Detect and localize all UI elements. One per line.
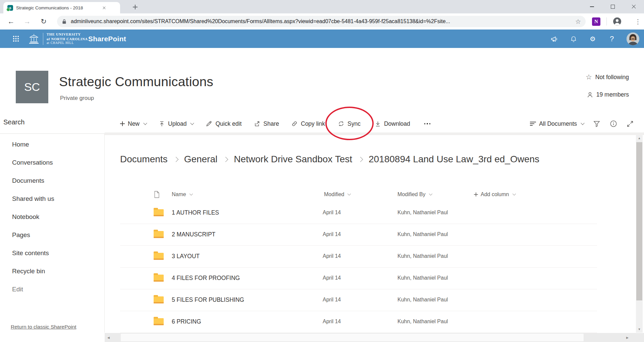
bookmark-star-icon[interactable]: ☆ (575, 18, 581, 25)
modified-date: April 14 (323, 202, 341, 223)
tab-close-icon[interactable] (101, 4, 107, 11)
table-row[interactable]: 6 PRICING April 14 Kuhn, Nathaniel Paul (120, 311, 597, 333)
document-icon (154, 190, 160, 198)
sync-icon (338, 120, 344, 127)
close-button[interactable] (623, 0, 644, 13)
table-row[interactable]: 1 AUTHOR FILES April 14 Kuhn, Nathaniel … (120, 202, 597, 224)
table-row[interactable]: 4 FILES FOR PROOFING April 14 Kuhn, Nath… (120, 267, 597, 289)
scroll-up-icon[interactable]: ▲ (636, 136, 643, 140)
suite-bar: THE UNIVERSITY of NORTH CAROLINA at CHAP… (0, 30, 644, 48)
folder-name-link[interactable]: 2 MANUSCRIPT (172, 224, 215, 245)
address-bar[interactable]: adminliveunc.sharepoint.com/sites/STRATC… (57, 16, 586, 27)
share-button[interactable]: Share (248, 116, 285, 131)
chevron-down-icon (581, 121, 584, 125)
link-icon (291, 120, 298, 127)
settings-gear-icon[interactable]: ⚙ (588, 35, 597, 43)
megaphone-icon[interactable] (550, 35, 559, 43)
sharepoint-favicon-icon: s (7, 5, 13, 11)
follow-button[interactable]: ☆ Not following (586, 73, 629, 81)
share-icon (254, 120, 260, 127)
browser-tab[interactable]: s Strategic Communications - 2018 (3, 2, 120, 13)
minimize-button[interactable] (582, 0, 602, 13)
site-logo-tile[interactable]: SC (16, 71, 48, 103)
sidebar-item-pages[interactable]: Pages (0, 226, 101, 244)
modified-column-header[interactable]: Modified (324, 187, 351, 202)
horizontal-scrollbar-thumb[interactable] (121, 334, 584, 341)
modified-by-column-header[interactable]: Modified By (397, 187, 432, 202)
copy-link-button[interactable]: Copy link (285, 116, 331, 131)
help-icon[interactable]: ? (607, 35, 616, 43)
quick-edit-button[interactable]: Quick edit (200, 116, 248, 131)
sidebar-item-recycle-bin[interactable]: Recycle bin (0, 262, 101, 280)
breadcrumb-documents[interactable]: Documents (120, 154, 168, 165)
add-column-button[interactable]: Add column (474, 187, 516, 202)
app-launcher-waffle-icon[interactable] (6, 30, 25, 48)
sidebar-item-conversations[interactable]: Conversations (0, 154, 101, 172)
name-column-header[interactable]: Name (172, 187, 193, 202)
folder-icon (154, 231, 164, 238)
chevron-right-icon (358, 157, 363, 162)
folder-icon (154, 275, 164, 282)
scroll-down-icon[interactable]: ▼ (636, 328, 643, 331)
members-label: 19 members (596, 91, 629, 98)
scroll-right-icon[interactable]: ▶ (626, 336, 629, 339)
pencil-icon (206, 120, 212, 127)
vertical-scrollbar[interactable]: ▲ ▼ (636, 135, 643, 333)
horizontal-scrollbar[interactable]: ◀ ▶ (105, 333, 644, 342)
sidebar-item-home[interactable]: Home (0, 135, 101, 154)
folder-icon (154, 209, 164, 216)
sync-button[interactable]: Sync (331, 116, 367, 131)
folder-name-link[interactable]: 4 FILES FOR PROOFING (172, 267, 240, 289)
return-to-classic-link[interactable]: Return to classic SharePoint (11, 324, 76, 330)
file-type-column-header[interactable] (154, 187, 160, 202)
command-bar: New Upload Quick edit Share (114, 114, 437, 133)
modified-by: Kuhn, Nathaniel Paul (397, 311, 448, 332)
sidebar-item-shared-with-us[interactable]: Shared with us (0, 190, 101, 208)
chevron-down-icon (512, 192, 516, 195)
divider (606, 17, 607, 25)
members-button[interactable]: 19 members (587, 91, 629, 98)
table-row[interactable]: 2 MANUSCRIPT April 14 Kuhn, Nathaniel Pa… (120, 224, 597, 246)
unc-logo[interactable]: THE UNIVERSITY of NORTH CAROLINA at CHAP… (28, 30, 88, 48)
download-button[interactable]: Download (367, 116, 418, 131)
folder-name-link[interactable]: 1 AUTHOR FILES (172, 202, 219, 223)
chevron-down-icon (190, 192, 193, 195)
view-selector[interactable]: All Documents (530, 120, 584, 127)
info-button[interactable] (609, 120, 618, 128)
breadcrumb-general[interactable]: General (184, 154, 218, 165)
restore-button[interactable] (602, 0, 623, 13)
modified-date: April 14 (323, 267, 341, 289)
search-input[interactable] (3, 118, 101, 126)
onenote-extension-icon[interactable]: N (592, 17, 600, 26)
sidebar-item-site-contents[interactable]: Site contents (0, 244, 101, 262)
folder-name-link[interactable]: 3 LAYOUT (172, 245, 200, 267)
sidebar-item-notebook[interactable]: Notebook (0, 208, 101, 226)
folder-name-link[interactable]: 5 FILES FOR PUBLISHING (172, 289, 244, 310)
vertical-scrollbar-thumb[interactable] (636, 142, 642, 300)
site-title[interactable]: Strategic Communications (59, 74, 213, 89)
table-row[interactable]: 5 FILES FOR PUBLISHING April 14 Kuhn, Na… (120, 289, 597, 311)
folder-name-link[interactable]: 6 PRICING (172, 311, 201, 332)
upload-button[interactable]: Upload (153, 116, 200, 131)
new-button[interactable]: New (114, 116, 153, 131)
more-commands-button[interactable] (418, 116, 437, 131)
sharepoint-app-name[interactable]: SharePoint (88, 30, 126, 48)
user-avatar[interactable] (627, 33, 639, 45)
chevron-right-icon (223, 157, 228, 162)
sidebar-item-edit[interactable]: Edit (0, 280, 101, 298)
reload-button[interactable]: ↻ (37, 13, 50, 30)
forward-button[interactable]: → (20, 13, 34, 30)
browser-menu-icon[interactable]: ⋮ (632, 13, 644, 30)
scroll-left-icon[interactable]: ◀ (107, 336, 110, 339)
table-row[interactable]: 3 LAYOUT April 14 Kuhn, Nathaniel Paul (120, 245, 597, 268)
new-tab-button[interactable] (131, 3, 140, 11)
notifications-bell-icon[interactable] (569, 35, 578, 43)
expand-button[interactable] (626, 120, 634, 128)
sidebar-item-documents[interactable]: Documents (0, 172, 101, 190)
breadcrumb-network-drive-sandbox-test[interactable]: Network Drive Sandbox Test (234, 154, 352, 165)
person-icon (587, 92, 593, 98)
filter-button[interactable] (593, 120, 601, 128)
site-privacy-label: Private group (60, 95, 94, 102)
back-button[interactable]: ← (4, 13, 18, 30)
browser-profile-icon[interactable] (613, 17, 622, 26)
